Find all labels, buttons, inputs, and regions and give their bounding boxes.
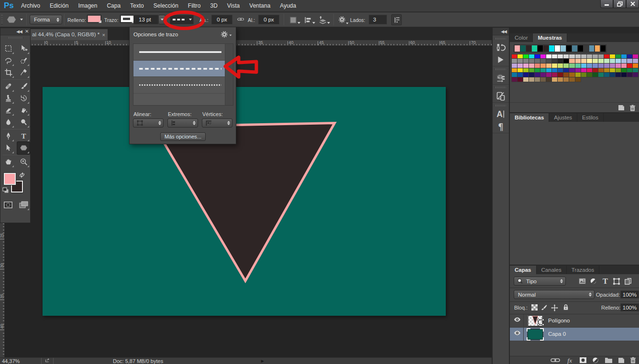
swatch[interactable] bbox=[512, 54, 517, 59]
swatch[interactable] bbox=[512, 59, 517, 63]
menu-item-edicin[interactable]: Edición bbox=[45, 0, 73, 12]
tab-capas[interactable]: Capas bbox=[510, 266, 537, 274]
stroke-width-field[interactable]: 13 pt bbox=[133, 15, 158, 24]
menu-item-archivo[interactable]: Archivo bbox=[16, 0, 45, 12]
recent-swatch[interactable] bbox=[572, 45, 577, 52]
swatch[interactable] bbox=[546, 59, 551, 63]
swatch[interactable] bbox=[633, 73, 638, 77]
close-icon[interactable]: ✕ bbox=[25, 29, 29, 34]
eraser-icon[interactable] bbox=[2, 104, 14, 117]
swatch[interactable] bbox=[529, 64, 534, 68]
gear-icon[interactable] bbox=[338, 16, 346, 23]
menu-item-imagen[interactable]: Imagen bbox=[73, 0, 102, 12]
tool-preset-arrow[interactable] bbox=[20, 19, 23, 21]
swatch[interactable] bbox=[604, 54, 609, 59]
history-brush-icon[interactable] bbox=[17, 92, 30, 105]
swatch[interactable] bbox=[546, 54, 551, 59]
zoom-level[interactable]: 44,37% bbox=[2, 358, 20, 364]
tab-ajustes[interactable]: Ajustes bbox=[549, 113, 577, 122]
rect-marquee-icon[interactable] bbox=[2, 43, 14, 55]
stroke-corners-select[interactable] bbox=[202, 118, 232, 128]
swatch[interactable] bbox=[540, 68, 546, 73]
swatch[interactable] bbox=[529, 68, 534, 73]
lasso-icon[interactable] bbox=[2, 54, 14, 67]
swatch[interactable] bbox=[627, 59, 632, 63]
recent-swatch[interactable] bbox=[526, 45, 531, 52]
crop-icon[interactable] bbox=[2, 66, 14, 79]
swatch[interactable] bbox=[535, 64, 540, 68]
tab-close-icon[interactable]: × bbox=[102, 32, 105, 38]
shape-filter-icon[interactable] bbox=[612, 277, 621, 286]
trash-icon[interactable] bbox=[629, 105, 636, 111]
lock-transparency-icon[interactable] bbox=[531, 304, 538, 311]
canvas-work-area[interactable] bbox=[5, 46, 492, 357]
swatch[interactable] bbox=[621, 73, 627, 77]
tab-bibliotecas[interactable]: Bibliotecas bbox=[510, 113, 549, 122]
swatch[interactable] bbox=[621, 59, 627, 63]
eyedropper-icon[interactable] bbox=[17, 66, 30, 79]
swatch[interactable] bbox=[616, 64, 621, 68]
swatch[interactable] bbox=[563, 73, 569, 77]
layer-row-pol-gono[interactable]: Polígono bbox=[510, 314, 639, 327]
stroke-caps-select[interactable] bbox=[167, 118, 198, 128]
swatch[interactable] bbox=[610, 73, 615, 77]
swatch[interactable] bbox=[616, 59, 621, 63]
swatch[interactable] bbox=[518, 64, 523, 68]
swatch[interactable] bbox=[587, 59, 592, 63]
swatch[interactable] bbox=[523, 73, 529, 77]
dock-grip[interactable] bbox=[496, 86, 506, 88]
swatch[interactable] bbox=[575, 73, 581, 77]
menu-item-filtro[interactable]: Filtro bbox=[183, 0, 206, 12]
swatch[interactable] bbox=[546, 64, 551, 68]
history-panel-icon[interactable] bbox=[493, 41, 509, 54]
swatch[interactable] bbox=[512, 73, 517, 77]
swap-colors-icon[interactable] bbox=[19, 172, 25, 178]
swatch[interactable] bbox=[546, 73, 551, 77]
layer-row-capa-0[interactable]: Capa 0 bbox=[510, 328, 639, 341]
swatch[interactable] bbox=[593, 59, 598, 63]
smart-filter-icon[interactable] bbox=[624, 277, 632, 286]
path-select-icon[interactable] bbox=[2, 142, 14, 154]
swatch[interactable] bbox=[552, 77, 557, 82]
tab-estilos[interactable]: Estilos bbox=[577, 113, 604, 122]
shape-tool-icon[interactable] bbox=[17, 142, 30, 154]
stamp-icon[interactable] bbox=[2, 92, 14, 105]
adjustment-filter-icon[interactable] bbox=[589, 277, 597, 285]
swatch[interactable] bbox=[552, 54, 557, 59]
swatch[interactable] bbox=[563, 77, 569, 82]
swatch[interactable] bbox=[633, 54, 638, 59]
swatch[interactable] bbox=[627, 68, 632, 73]
swatch[interactable] bbox=[621, 54, 627, 59]
recent-swatch[interactable] bbox=[566, 45, 572, 52]
swatch[interactable] bbox=[529, 54, 534, 59]
new-swatch-icon[interactable] bbox=[618, 105, 625, 111]
dodge-icon[interactable] bbox=[17, 116, 30, 128]
swatch[interactable] bbox=[558, 68, 563, 73]
tab-trazados[interactable]: Trazados bbox=[567, 266, 600, 274]
swatch[interactable] bbox=[621, 64, 627, 68]
swatch[interactable] bbox=[587, 73, 592, 77]
menu-item-seleccin[interactable]: Selección bbox=[149, 0, 183, 12]
gear-menu-arrow[interactable] bbox=[230, 34, 232, 36]
brush-icon[interactable] bbox=[17, 80, 30, 93]
swatch[interactable] bbox=[633, 64, 638, 68]
dock-grip[interactable] bbox=[496, 68, 506, 70]
blur-icon[interactable] bbox=[2, 116, 14, 128]
recent-swatch[interactable] bbox=[589, 45, 595, 52]
swatch[interactable] bbox=[558, 59, 563, 63]
adjustment-icon[interactable] bbox=[592, 357, 599, 364]
swatch[interactable] bbox=[563, 68, 569, 73]
swatch[interactable] bbox=[535, 77, 540, 82]
swatch[interactable] bbox=[540, 73, 546, 77]
swatch[interactable] bbox=[512, 77, 517, 82]
swatch[interactable] bbox=[610, 68, 615, 73]
swatch[interactable] bbox=[529, 73, 534, 77]
swatch[interactable] bbox=[523, 68, 529, 73]
swatch[interactable] bbox=[558, 64, 563, 68]
group-icon[interactable] bbox=[605, 357, 613, 364]
swatch[interactable] bbox=[627, 73, 632, 77]
fill-opacity-value[interactable]: 100% bbox=[620, 303, 639, 311]
swatch[interactable] bbox=[604, 73, 609, 77]
swatch[interactable] bbox=[540, 77, 546, 82]
recent-swatch[interactable] bbox=[543, 45, 549, 52]
